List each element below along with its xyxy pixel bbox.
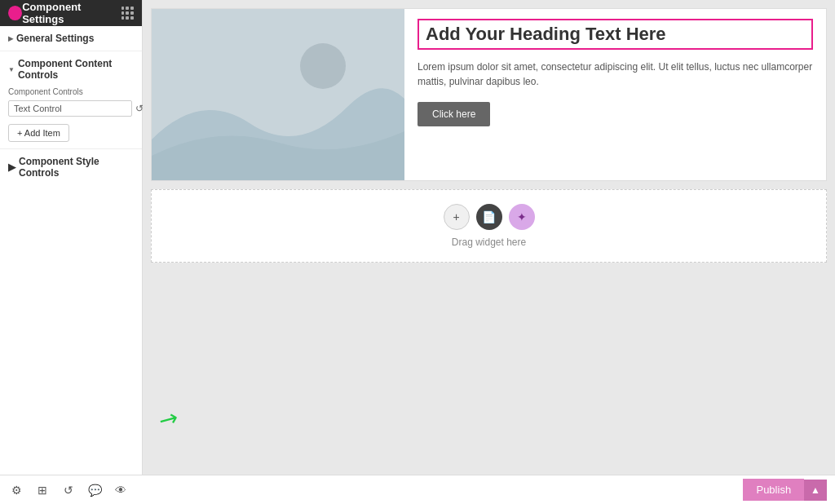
chat-icon[interactable]: 💬 [86,482,103,498]
general-settings-arrow: ▶ [8,35,13,42]
history-icon[interactable]: ↺ [60,482,77,498]
component-controls-label: Component Controls [8,87,134,96]
component-content-toggle[interactable]: ▼ Component Content Controls [8,58,134,81]
grid-bottom-icon[interactable]: ⊞ [34,482,51,498]
folder-widget-icon[interactable]: 📄 [476,204,502,230]
bottom-bar: ⚙ ⊞ ↺ 💬 👁 Publish ▲ [0,475,835,504]
sidebar-header: Component Settings [0,0,142,26]
logo-icon [8,6,22,20]
move-widget-icon[interactable]: ✦ [509,204,535,230]
preview-body-text: Lorem ipsum dolor sit amet, consectetur … [418,60,813,89]
drag-widget-label: Drag widget here [452,237,526,248]
general-settings-toggle[interactable]: ▶ General Settings [8,33,134,44]
preview-cta-button[interactable]: Click here [418,102,490,126]
general-settings-section: ▶ General Settings [0,26,142,51]
widget-drop-area[interactable]: + 📄 ✦ Drag widget here [151,189,827,263]
component-style-arrow: ▶ [8,161,15,173]
component-content-controls-section: ▼ Component Content Controls Component C… [0,51,142,149]
component-preview: Add Your Heading Text Here Lorem ipsum d… [151,8,827,181]
add-item-button[interactable]: + Add Item [8,124,69,142]
sidebar-title: Component Settings [22,1,121,25]
preview-content: Add Your Heading Text Here Lorem ipsum d… [404,9,826,180]
publish-chevron-button[interactable]: ▲ [804,480,827,501]
component-content-arrow: ▼ [8,66,15,73]
component-style-toggle[interactable]: ▶ Component Style Controls [8,156,134,179]
component-style-label: Component Style Controls [19,156,134,179]
folder-icon: 📄 [482,210,496,223]
component-style-controls-section: ▶ Component Style Controls [0,149,142,185]
preview-heading: Add Your Heading Text Here [418,19,813,50]
component-content-label: Component Content Controls [18,58,134,81]
widget-icons-row: + 📄 ✦ [444,204,535,230]
publish-btn-group: Publish ▲ [743,479,827,501]
bottom-icons: ⚙ ⊞ ↺ 💬 👁 [8,482,129,498]
arrow-indicator: ↙ [153,404,183,436]
preview-image [152,9,404,180]
eye-icon[interactable]: 👁 [113,482,129,498]
grid-icon[interactable] [121,7,134,20]
text-control-input[interactable] [8,100,132,117]
main-canvas: ↙ Add Your Heading Text Here Lorem ipsum… [143,0,835,475]
add-widget-icon[interactable]: + [444,204,470,230]
general-settings-label: General Settings [16,33,94,44]
settings-icon[interactable]: ⚙ [8,482,24,498]
svg-point-1 [300,43,346,89]
publish-button[interactable]: Publish [743,479,804,501]
move-icon: ✦ [517,210,527,223]
text-control-row: ↺ ✕ [8,99,134,117]
sidebar: Component Settings ▶ General Settings ▼ … [0,0,143,475]
